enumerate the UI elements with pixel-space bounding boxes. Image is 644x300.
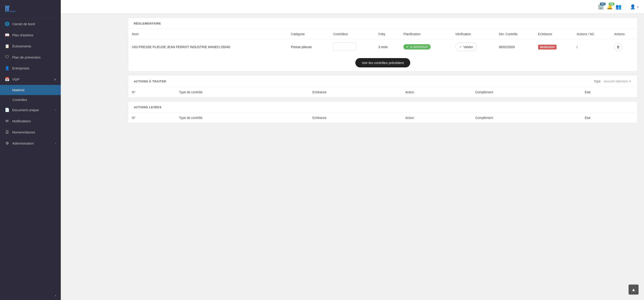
echeance-badge: 06/05/2024 (538, 45, 556, 50)
sidebar-item-document-unique[interactable]: 📄 Document unique › (0, 104, 61, 116)
sidebar-item-plan-de-prevention[interactable]: 🛡 Plan de prévention (0, 52, 61, 63)
actions-a-traiter-table-head: N° Type de contrôle Echéance Action Comp… (128, 87, 637, 97)
col-type-controle: Type de contrôle (175, 113, 309, 123)
sidebar-item-plan-dactions[interactable]: 📖 Plan d'actions (0, 30, 61, 41)
svg-rect-1 (6, 6, 8, 11)
sidebar-item-label: Notifications (12, 119, 31, 123)
controleur-input[interactable] (333, 43, 356, 51)
chevron-down-icon: ∨ (54, 78, 56, 81)
valider-button[interactable]: ✓ Valider (455, 43, 477, 51)
notifications-icon-button[interactable]: 🔔 352 (606, 4, 613, 10)
sidebar-item-entreprises[interactable]: 👤 Entreprises (0, 63, 61, 74)
table-row: U02-PRESSE PLIEUSE JEAN PERROT INDUSTRIE… (128, 39, 637, 55)
col-n: N° (128, 113, 175, 123)
reglementaire-title: RÉGLEMENTAIRE (134, 22, 161, 25)
tasks-badge: 147 (600, 3, 606, 6)
voir-controles-button[interactable]: Voir les contrôles précédent (355, 58, 410, 67)
chevron-right-icon: › (55, 108, 56, 112)
sidebar-item-label: VGP (12, 77, 20, 81)
chevron-right-icon: › (55, 142, 56, 145)
sidebar: MALERBA 🌐 Carnet de bord 📖 Plan d'action… (0, 0, 61, 300)
cell-freq: 3 mois (375, 39, 400, 55)
cell-categorie: Presse plieuse (287, 39, 330, 55)
cell-nom: U02-PRESSE PLIEUSE JEAN PERROT INDUSTRIE… (128, 39, 287, 55)
scroll-to-top-button[interactable]: ▲ (628, 284, 638, 294)
sidebar-item-label: Administration (12, 141, 34, 145)
cell-verification: ✓ Valider (452, 39, 495, 55)
content-area: RÉGLEMENTAIRE Nom Catégorie Contrôleur F… (122, 14, 644, 132)
sidebar-collapse-button[interactable]: ‹ (0, 291, 61, 300)
sidebar-item-label: Entreprises (12, 66, 30, 70)
planification-badge: ✔ le 06/05/2024 (404, 44, 430, 50)
cell-actions: 🗑 (610, 39, 637, 55)
trash-icon: 🗑 (616, 45, 620, 49)
actions-levees-table: N° Type de contrôle Echéance Action Comp… (128, 113, 637, 123)
actions-levees-section: ACTIONS LEVÉES N° Type de contrôle Echéa… (128, 102, 637, 123)
table-header-row: N° Type de contrôle Echéance Action Comp… (128, 113, 637, 123)
col-action: Action (402, 87, 472, 97)
actions-a-traiter-header: ACTIONS À TRAITER Type Aucune sélection (128, 76, 637, 87)
col-n: N° (128, 87, 175, 97)
sidebar-item-notifications[interactable]: ✉ Notifications (0, 116, 61, 127)
sidebar-item-label: Nomenclatures (12, 130, 35, 134)
sidebar-item-carnet-de-bord[interactable]: 🌐 Carnet de bord (0, 18, 61, 30)
gear-icon: ⚙ (4, 141, 10, 146)
col-actions-nc: Actions / NC (573, 29, 611, 39)
col-complement: Complément (472, 87, 581, 97)
col-type-controle: Type de contrôle (175, 87, 309, 97)
sidebar-item-administration[interactable]: ⚙ Administration › (0, 138, 61, 149)
users-icon: 👥 (616, 4, 622, 10)
check-circle-icon: ✔ (406, 45, 408, 49)
reglementaire-section-header: RÉGLEMENTAIRE (128, 18, 637, 29)
logo: MALERBA (0, 0, 61, 18)
sidebar-item-label: Document unique (12, 108, 39, 112)
main-content: RÉGLEMENTAIRE Nom Catégorie Contrôleur F… (122, 14, 644, 300)
table-header-row: N° Type de contrôle Echéance Action Comp… (128, 87, 637, 97)
check-icon: ✓ (459, 45, 462, 49)
sidebar-item-materiel[interactable]: Matériel (0, 85, 61, 95)
sidebar-item-label: Évènements (12, 44, 31, 48)
cell-controleur[interactable] (330, 39, 375, 55)
col-action: Action (402, 113, 472, 123)
col-freq: Fréq. (375, 29, 400, 39)
sidebar-item-vgp[interactable]: 📅 VGP ∨ (0, 74, 61, 85)
reglementaire-section: RÉGLEMENTAIRE Nom Catégorie Contrôleur F… (128, 18, 637, 71)
sidebar-item-controles[interactable]: Contrôles (0, 95, 61, 104)
user-icon: 👤 (630, 4, 636, 10)
sidebar-item-label: Carnet de bord (12, 22, 35, 26)
document-icon: 📄 (4, 108, 10, 112)
reglementaire-table: Nom Catégorie Contrôleur Fréq. Planifica… (128, 29, 637, 55)
arrow-up-icon: ▲ (631, 287, 636, 292)
col-etat: Etat (581, 87, 637, 97)
cell-echeance: 06/05/2024 (534, 39, 573, 55)
cell-planification: ✔ le 06/05/2024 (400, 39, 452, 55)
sidebar-item-nomenclatures[interactable]: ☰ Nomenclatures (0, 127, 61, 138)
globe-icon: 🌐 (4, 22, 10, 26)
users-icon-button[interactable]: 👥 (616, 4, 622, 10)
cell-der-controle: 06/02/2024 (495, 39, 534, 55)
col-der-controle: Der. Contrôle (495, 29, 534, 39)
user-menu-button[interactable]: 👤 › (630, 4, 638, 10)
delete-button[interactable]: 🗑 (614, 43, 622, 51)
svg-text:MALERBA: MALERBA (5, 11, 16, 13)
col-etat: Etat (581, 113, 637, 123)
col-controleur: Contrôleur (330, 29, 375, 39)
col-categorie: Catégorie (287, 29, 330, 39)
sidebar-item-label: Plan d'actions (12, 33, 33, 37)
sidebar-item-label: Plan de prévention (12, 55, 40, 59)
actions-levees-header: ACTIONS LEVÉES (128, 102, 637, 113)
tasks-icon-button[interactable]: 🏢 147 (598, 4, 604, 10)
actions-levees-title: ACTIONS LEVÉES (134, 106, 162, 109)
col-actions: Actions (610, 29, 637, 39)
notifications-badge: 352 (609, 3, 615, 6)
actions-a-traiter-section: ACTIONS À TRAITER Type Aucune sélection … (128, 76, 637, 97)
actions-levees-table-head: N° Type de contrôle Echéance Action Comp… (128, 113, 637, 123)
col-planification: Planification (400, 29, 452, 39)
shield-icon: 🛡 (4, 55, 10, 60)
sidebar-item-evenements[interactable]: 📋 Évènements (0, 41, 61, 52)
sidebar-item-label: Contrôles (12, 98, 27, 102)
user-chevron-icon: › (637, 4, 638, 9)
type-select[interactable]: Aucune sélection (603, 79, 632, 83)
table-header-row: Nom Catégorie Contrôleur Fréq. Planifica… (128, 29, 637, 39)
col-echeance: Echéance (309, 113, 402, 123)
